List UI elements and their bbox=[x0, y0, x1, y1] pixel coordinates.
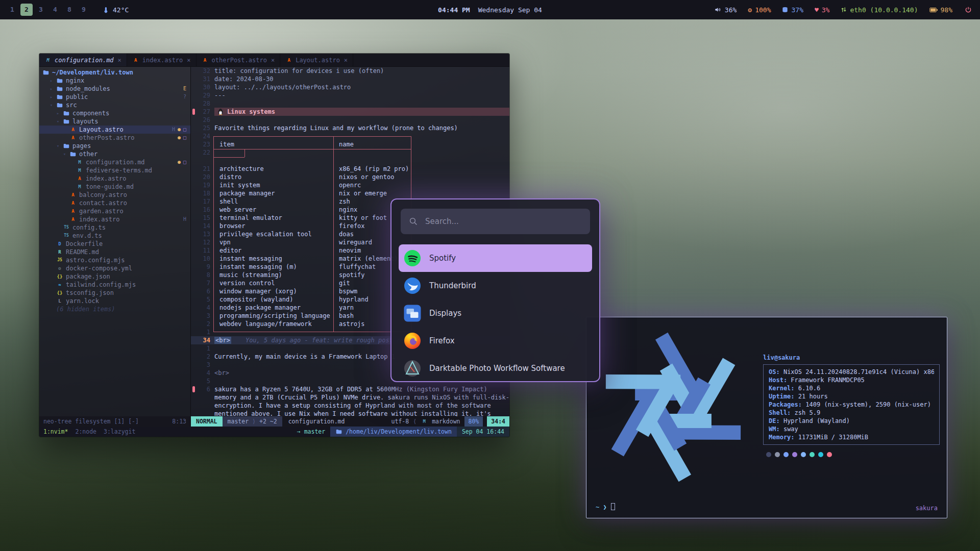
tab-configuration-md[interactable]: Mconfiguration.md× bbox=[39, 54, 127, 66]
tree-item-label: config.ts bbox=[72, 223, 106, 232]
git-status-badges: E bbox=[183, 85, 186, 93]
sign-column bbox=[191, 99, 196, 108]
fetch-info-value: Hyprland (Wayland) bbox=[780, 417, 850, 424]
tree-item-config-ts[interactable]: TSconfig.ts bbox=[39, 223, 190, 232]
tree-item-tailwind-config-mjs[interactable]: ≈tailwind.config.mjs bbox=[39, 281, 190, 289]
table-cell-name: wireguard bbox=[334, 238, 372, 246]
stat-disk[interactable]: 37% bbox=[782, 6, 803, 14]
tree-item-node-modules[interactable]: ▸node_modulesE bbox=[39, 85, 190, 93]
stat-value: eth0 (10.0.0.140) bbox=[850, 6, 918, 14]
tmux-window-1-nvim[interactable]: 1:nvim* bbox=[43, 428, 68, 435]
tab-layout-astro[interactable]: ALayout.astro× bbox=[280, 54, 353, 66]
tmux-window-2-node[interactable]: 2:node bbox=[75, 428, 96, 435]
astro-file-icon: A bbox=[132, 58, 139, 63]
workspace-8[interactable]: 8 bbox=[63, 4, 76, 16]
launcher-item-label: Firefox bbox=[429, 336, 455, 345]
table-cell-name: spotify bbox=[334, 271, 365, 279]
tree-item-balcony-astro[interactable]: Abalcony.astro bbox=[39, 191, 190, 199]
astro-file-icon: A bbox=[76, 174, 83, 183]
stat-volume[interactable]: 36% bbox=[715, 6, 737, 14]
tree-item-docker-compose-yml[interactable]: ⚙docker-compose.yml bbox=[39, 264, 190, 272]
tree-item-label: tailwind.config.mjs bbox=[66, 281, 136, 289]
tab-label: index.astro bbox=[142, 57, 183, 64]
sign-column bbox=[191, 279, 196, 287]
editor-line: 28 bbox=[191, 99, 509, 108]
tree-item-other[interactable]: ▾other bbox=[39, 150, 190, 158]
tree-item-public[interactable]: ▸public? bbox=[39, 93, 190, 101]
stat-battery[interactable]: 98% bbox=[929, 6, 952, 14]
launcher-item-thunderbird[interactable]: Thunderbird bbox=[391, 272, 599, 299]
chevron-icon: ▾ bbox=[56, 117, 60, 126]
tree-item-index-astro[interactable]: Aindex.astro bbox=[39, 174, 190, 183]
launcher-item-displays[interactable]: Displays bbox=[391, 299, 599, 327]
status-badge: ● bbox=[178, 126, 181, 134]
table-cell-name: nix or emerge bbox=[334, 189, 387, 197]
tree-item-fediverse-terms-md[interactable]: Mfediverse-terms.md bbox=[39, 166, 190, 174]
tree-item-components[interactable]: ▸components bbox=[39, 109, 190, 117]
workspace-1[interactable]: 1 bbox=[6, 4, 18, 16]
tree-item-garden-astro[interactable]: Agarden.astro bbox=[39, 207, 190, 215]
workspace-4[interactable]: 4 bbox=[49, 4, 61, 16]
status-badge: ● bbox=[178, 134, 181, 142]
darktable-icon bbox=[404, 360, 421, 377]
tree-item-env-d-ts[interactable]: TSenv.d.ts bbox=[39, 232, 190, 240]
stat-value: 3% bbox=[822, 6, 830, 14]
close-icon[interactable]: × bbox=[344, 57, 348, 64]
tab-label: configuration.md bbox=[55, 57, 114, 64]
close-icon[interactable]: × bbox=[187, 57, 190, 64]
search-input[interactable] bbox=[424, 216, 582, 227]
tree-item-tone-guide-md[interactable]: Mtone-guide.md bbox=[39, 183, 190, 191]
search-box[interactable] bbox=[401, 209, 590, 234]
workspace-9[interactable]: 9 bbox=[78, 4, 90, 16]
tree-item-otherpost-astro[interactable]: AotherPost.astro●□ bbox=[39, 134, 190, 142]
tree-item-layout-astro[interactable]: ALayout.astroH●□ bbox=[39, 126, 190, 134]
sign-column bbox=[191, 377, 196, 385]
sign-column bbox=[191, 181, 196, 189]
fetch-info-value: NixOS 24.11.20240828.71e91c4 (Vicuna) x8… bbox=[780, 368, 934, 375]
launcher-item-darktable-photo-workflow-software[interactable]: Darktable Photo Workflow Software bbox=[391, 355, 599, 382]
shell-prompt[interactable]: ~ ❯ bbox=[596, 503, 615, 511]
line-number: 25 bbox=[196, 124, 210, 132]
line-number: 21 bbox=[196, 165, 210, 173]
tab-index-astro[interactable]: Aindex.astro× bbox=[127, 54, 197, 66]
tree-item-6-hidden-items[interactable]: (6 hidden items) bbox=[39, 305, 190, 313]
tree-item-dockerfile[interactable]: DDockerfile bbox=[39, 240, 190, 248]
tree-item-nginx[interactable]: ▸nginx bbox=[39, 77, 190, 85]
tmux-path-text: /home/liv/Development/liv.town bbox=[346, 427, 452, 437]
tree-item-yarn-lock[interactable]: Lyarn.lock bbox=[39, 297, 190, 305]
line-number: 10 bbox=[196, 255, 210, 263]
tab-otherpost-astro[interactable]: AotherPost.astro× bbox=[197, 54, 281, 66]
tree-item-pages[interactable]: ▾pages bbox=[39, 142, 190, 150]
table-cell-name: bash bbox=[334, 312, 354, 320]
line-number: 32 bbox=[196, 67, 210, 75]
table-cell-name: openrc bbox=[334, 181, 361, 189]
launcher-item-firefox[interactable]: Firefox bbox=[391, 327, 599, 355]
workspace-2[interactable]: 2 bbox=[20, 4, 33, 16]
tree-item-src[interactable]: ▾src bbox=[39, 101, 190, 109]
tree-item-label: (6 hidden items) bbox=[56, 305, 115, 313]
tree-item-tsconfig-json[interactable]: {}tsconfig.json bbox=[39, 289, 190, 297]
status-badge: E bbox=[183, 85, 186, 93]
close-icon[interactable]: × bbox=[118, 57, 121, 64]
tree-item-layouts[interactable]: ▾layouts bbox=[39, 117, 190, 126]
workspace-3[interactable]: 3 bbox=[35, 4, 47, 16]
fetch-info-label: Packages: bbox=[769, 401, 802, 408]
git-status-badges: H●□ bbox=[172, 126, 186, 134]
tree-item-package-json[interactable]: {}package.json bbox=[39, 272, 190, 281]
chevron-icon: ▸ bbox=[49, 77, 54, 85]
tmux-window-3-lazygit[interactable]: 3:lazygit bbox=[104, 428, 135, 435]
table-cell-item: package manager bbox=[214, 189, 334, 197]
tree-item-contact-astro[interactable]: Acontact.astro bbox=[39, 199, 190, 207]
tree-item-astro-config-mjs[interactable]: JSastro.config.mjs bbox=[39, 256, 190, 264]
power-button[interactable] bbox=[965, 6, 972, 13]
tree-item-index-astro[interactable]: Aindex.astroH bbox=[39, 215, 190, 223]
stat-network[interactable]: eth0 (10.0.0.140) bbox=[841, 6, 918, 14]
close-icon[interactable]: × bbox=[271, 57, 275, 64]
stat-gear[interactable]: ⚙100% bbox=[748, 6, 771, 14]
tree-item-configuration-md[interactable]: Mconfiguration.md●□ bbox=[39, 158, 190, 166]
stat-heart[interactable]: ♥3% bbox=[815, 6, 829, 14]
tree-root[interactable]: ~/Development/liv.town bbox=[39, 68, 190, 77]
launcher-item-spotify[interactable]: Spotify bbox=[399, 244, 592, 272]
tree-item-readme-md[interactable]: RREADME.md bbox=[39, 248, 190, 256]
line-text: architecturex86_64 (rip m2 pro) bbox=[214, 165, 509, 173]
